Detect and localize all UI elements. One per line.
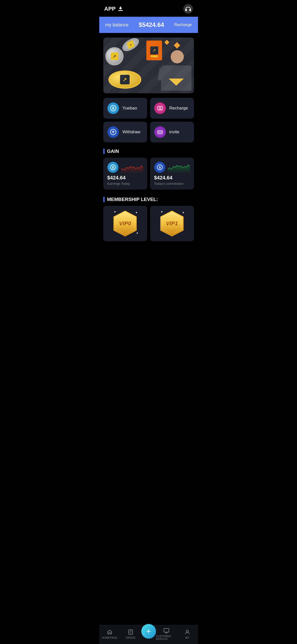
vip1-card[interactable]: VIP1 ✦ ✦ [150, 206, 194, 241]
membership-accent [103, 197, 105, 202]
gain-section-header: GAIN [99, 149, 198, 154]
vip0-label: VIP0 [119, 220, 131, 227]
sparkle-1: ✦ [114, 210, 116, 214]
withdraw-button[interactable]: Withdraw [103, 122, 147, 142]
svg-rect-5 [189, 9, 191, 11]
invite-label: invite [169, 130, 180, 135]
commission-icon: $ [154, 162, 165, 173]
banner: ↗ ↗ ↗ ↗ [103, 38, 194, 93]
invite-button[interactable]: invite [150, 122, 194, 142]
commission-amount: $424.64 [154, 175, 190, 181]
svg-text:$: $ [112, 165, 114, 169]
svg-text:$: $ [159, 165, 161, 169]
commission-label: Today's commission [154, 182, 190, 186]
recharge-action-button[interactable]: $ Recharge [150, 98, 194, 119]
download-icon [118, 6, 123, 12]
coin-top: ↗ [121, 38, 141, 54]
app-title: APP [104, 6, 123, 12]
membership-grid: VIP0 ✦ ✦ ✦ VIP1 ✦ ✦ [99, 206, 198, 241]
gain-title: GAIN [107, 149, 119, 154]
sparkle-3: ✦ [136, 231, 138, 235]
svg-rect-11 [158, 131, 162, 134]
membership-title: MEMBERSHIP LEVEL: [107, 197, 158, 202]
svg-point-3 [184, 4, 193, 13]
sparkle-2: ✦ [135, 211, 138, 214]
action-grid: $ Yuebao $ Recharge Withdraw invite [99, 98, 198, 142]
header: APP [99, 0, 198, 17]
vip0-badge: VIP0 ✦ ✦ ✦ [111, 210, 139, 237]
vip0-card[interactable]: VIP0 ✦ ✦ ✦ [103, 206, 147, 241]
gain-accent [103, 149, 105, 154]
balance-bar: my balance $5424.64 Recharge [99, 17, 198, 33]
earnings-label: Earnings Today [107, 182, 143, 186]
vip1-label: VIP1 [166, 220, 178, 227]
yuebao-label: Yuebao [123, 106, 137, 111]
svg-rect-0 [118, 10, 123, 11]
headset-icon[interactable] [183, 4, 193, 14]
withdraw-label: Withdraw [123, 130, 141, 135]
gain-grid: $ $424.64 Earnings Today $ [99, 158, 198, 190]
person-figure [159, 50, 191, 91]
svg-text:$: $ [159, 107, 161, 110]
withdraw-icon [107, 126, 119, 138]
earnings-amount: $424.64 [107, 175, 143, 181]
yuebao-button[interactable]: $ Yuebao [103, 98, 147, 119]
commission-card: $ $424.64 Today's commission [150, 158, 194, 190]
recharge-icon: $ [154, 102, 166, 114]
svg-rect-4 [185, 9, 187, 11]
vip1-badge: VIP1 ✦ ✦ [158, 210, 186, 237]
commission-chart [168, 162, 190, 173]
recharge-label: Recharge [169, 106, 188, 111]
svg-text:$: $ [112, 106, 114, 110]
balance-amount: $5424.64 [139, 21, 164, 28]
earnings-today-card: $ $424.64 Earnings Today [103, 158, 147, 190]
sparkle-1b: ✦ [161, 210, 163, 214]
coin-left: ↗ [105, 47, 124, 65]
membership-section-header: MEMBERSHIP LEVEL: [99, 197, 198, 202]
yuebao-icon: $ [107, 102, 119, 114]
invite-icon [154, 126, 166, 138]
diamond-1 [164, 40, 169, 45]
app-label: APP [104, 6, 116, 12]
svg-rect-2 [120, 7, 121, 9]
recharge-button[interactable]: Recharge [174, 23, 192, 27]
diamond-2 [174, 42, 180, 48]
balance-label: my balance [105, 22, 129, 28]
sparkle-2b: ✦ [182, 211, 185, 214]
earnings-chart [121, 162, 143, 173]
coin-gold: ↗ [108, 70, 141, 89]
earnings-icon: $ [107, 162, 118, 173]
